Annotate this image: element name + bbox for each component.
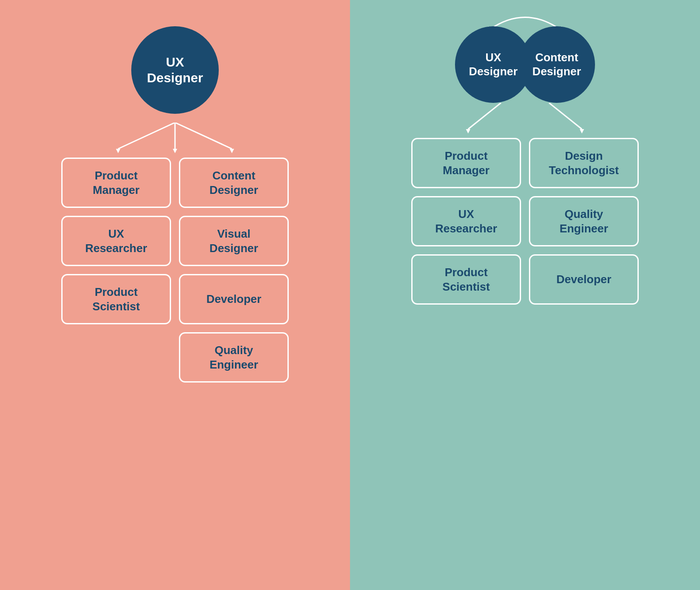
right-circle-content-label: Content Designer — [532, 51, 581, 78]
right-circle-ux: UX Designer — [455, 26, 532, 103]
right-circles-section: UX Designer Content Designer — [455, 26, 595, 103]
svg-line-4 — [175, 123, 232, 149]
left-arrows — [61, 123, 289, 153]
right-box-design-technologist: DesignTechnologist — [529, 138, 639, 188]
right-box-dev-label: Developer — [556, 272, 612, 287]
left-bottom-row: QualityEngineer — [61, 332, 289, 383]
left-box-quality-engineer: QualityEngineer — [179, 332, 289, 383]
right-box-qe-label: QualityEngineer — [560, 207, 608, 235]
right-arrows — [411, 103, 639, 133]
svg-marker-3 — [173, 149, 177, 153]
left-boxes-grid: ProductManager ContentDesigner UXResearc… — [61, 158, 289, 324]
svg-marker-5 — [230, 149, 234, 153]
right-box-quality-engineer: QualityEngineer — [529, 196, 639, 246]
svg-line-8 — [468, 103, 501, 129]
left-box-qe-label: QualityEngineer — [210, 343, 258, 372]
svg-marker-11 — [580, 129, 584, 133]
right-arrow-svg — [411, 103, 639, 133]
left-box-product-manager: ProductManager — [61, 158, 171, 208]
right-box-ux-researcher: UXResearcher — [411, 196, 521, 246]
svg-marker-1 — [116, 149, 120, 153]
left-box-visual-designer: VisualDesigner — [179, 216, 289, 266]
left-box-vd-label: VisualDesigner — [210, 227, 258, 255]
left-circle-container: UX Designer — [131, 26, 219, 114]
right-box-ps-label: ProductScientist — [442, 265, 490, 294]
left-panel: UX Designer ProductManager ContentDesign… — [0, 0, 350, 590]
svg-marker-9 — [466, 129, 470, 133]
left-box-ps-label: ProductScientist — [92, 285, 140, 313]
right-box-dt-label: DesignTechnologist — [549, 149, 619, 177]
left-main-circle: UX Designer — [131, 26, 219, 114]
right-box-pm-label: ProductManager — [443, 149, 490, 177]
left-box-ux-researcher: UXResearcher — [61, 216, 171, 266]
svg-line-0 — [118, 123, 175, 149]
right-circle-container: UX Designer Content Designer — [455, 26, 595, 103]
left-box-developer: Developer — [179, 274, 289, 324]
left-box-content-designer: ContentDesigner — [179, 158, 289, 208]
right-panel: UX Designer Content Designer ProductMana… — [350, 0, 700, 590]
right-circle-ux-label: UX Designer — [469, 51, 518, 78]
right-box-developer: Developer — [529, 254, 639, 305]
right-boxes-grid: ProductManager DesignTechnologist UXRese… — [411, 138, 639, 305]
left-box-uxr-label: UXResearcher — [85, 227, 147, 255]
left-arrow-svg — [61, 123, 289, 153]
left-box-dev-label: Developer — [206, 292, 262, 306]
svg-line-10 — [549, 103, 582, 129]
left-box-product-scientist: ProductScientist — [61, 274, 171, 324]
left-box-pm-label: ProductManager — [93, 169, 140, 197]
right-box-product-scientist: ProductScientist — [411, 254, 521, 305]
right-box-product-manager: ProductManager — [411, 138, 521, 188]
right-box-uxr-label: UXResearcher — [435, 207, 497, 235]
left-circle-label: UX Designer — [147, 54, 203, 86]
left-box-cd-label: ContentDesigner — [210, 169, 258, 197]
